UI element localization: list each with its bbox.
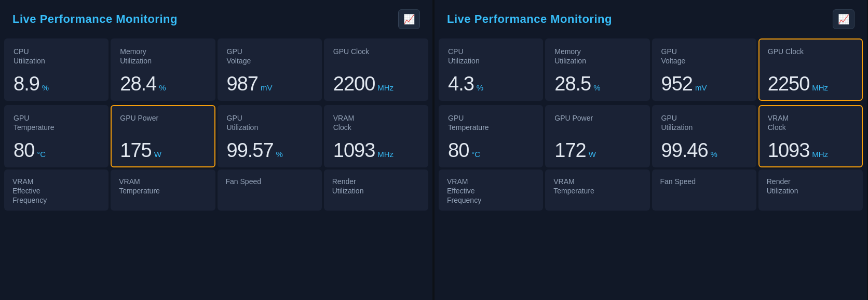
panel-left-row2: GPU Temperature80°CGPU Power175WGPU Util… bbox=[0, 103, 432, 169]
metric-value: 1093 bbox=[768, 140, 810, 160]
metric-unit: MHz bbox=[812, 83, 828, 92]
metric-label: CPU Utilization bbox=[448, 47, 534, 66]
metric-card: VRAM Clock1093MHz bbox=[758, 105, 863, 167]
metric-unit: W bbox=[589, 150, 596, 159]
metric-card: CPU Utilization4.3% bbox=[439, 38, 543, 101]
metric-unit: % bbox=[42, 83, 49, 92]
panel-right-title: Live Performance Monitoring bbox=[447, 12, 612, 26]
metric-value-row: 4.3% bbox=[448, 74, 534, 94]
metric-value: 1093 bbox=[333, 140, 375, 160]
metric-card: GPU Voltage987mV bbox=[218, 38, 322, 101]
metric-unit: % bbox=[593, 83, 600, 92]
metric-label: VRAM Clock bbox=[333, 113, 419, 132]
metric-value: 2250 bbox=[768, 74, 810, 94]
metric-value: 987 bbox=[227, 74, 258, 94]
metric-card-bottom: Fan Speed bbox=[218, 169, 322, 211]
metric-card-bottom: Fan Speed bbox=[652, 169, 756, 211]
metric-card: GPU Clock2200MHz bbox=[324, 38, 428, 101]
metric-label-partial: Render Utilization bbox=[332, 177, 420, 195]
metric-card-bottom: VRAM Effective Frequency bbox=[4, 169, 108, 211]
metric-label-partial: Fan Speed bbox=[660, 177, 748, 186]
metric-card: GPU Voltage952mV bbox=[652, 38, 756, 101]
metric-card: GPU Temperature80°C bbox=[439, 105, 543, 167]
metric-label: GPU Power bbox=[554, 113, 640, 123]
panel-right-header: Live Performance Monitoring 📈 bbox=[435, 0, 867, 36]
metric-value-row: 28.4% bbox=[120, 74, 206, 94]
panel-left-title: Live Performance Monitoring bbox=[12, 12, 178, 26]
metric-value-row: 2200MHz bbox=[333, 74, 419, 94]
metric-label: GPU Power bbox=[120, 113, 206, 123]
metric-value: 172 bbox=[554, 140, 586, 160]
metric-unit: % bbox=[711, 150, 717, 159]
panel-left: Live Performance Monitoring 📈 CPU Utiliz… bbox=[0, 0, 433, 300]
metric-card: GPU Utilization99.46% bbox=[652, 105, 756, 167]
metric-card: Memory Utilization28.4% bbox=[111, 38, 215, 101]
metric-value: 4.3 bbox=[448, 74, 474, 94]
metric-value-row: 8.9% bbox=[13, 74, 99, 94]
metric-card-bottom: Render Utilization bbox=[758, 169, 863, 211]
panel-right-row2: GPU Temperature80°CGPU Power172WGPU Util… bbox=[435, 103, 867, 169]
metric-card: VRAM Clock1093MHz bbox=[324, 105, 428, 167]
metric-value-row: 1093MHz bbox=[768, 140, 853, 160]
metric-unit: MHz bbox=[377, 83, 394, 92]
metric-label: VRAM Clock bbox=[768, 113, 853, 132]
metric-card: GPU Power175W bbox=[111, 105, 215, 167]
metric-label: GPU Clock bbox=[333, 47, 419, 56]
metric-label: GPU Utilization bbox=[661, 113, 747, 132]
metric-label: CPU Utilization bbox=[13, 47, 99, 66]
metric-card-bottom: VRAM Temperature bbox=[545, 169, 649, 211]
metric-label: GPU Temperature bbox=[13, 113, 99, 132]
metric-label-partial: Fan Speed bbox=[226, 177, 314, 186]
metric-value: 2200 bbox=[333, 74, 375, 94]
metric-value: 80 bbox=[448, 140, 469, 160]
metric-card: Memory Utilization28.5% bbox=[545, 38, 649, 101]
metric-value: 99.46 bbox=[661, 140, 708, 160]
metric-card: GPU Clock2250MHz bbox=[758, 38, 863, 101]
metric-value-row: 1093MHz bbox=[333, 140, 419, 160]
metric-unit: mV bbox=[261, 83, 273, 92]
panel-left-row1: CPU Utilization8.9%Memory Utilization28.… bbox=[0, 36, 432, 103]
metric-label: Memory Utilization bbox=[554, 47, 640, 66]
metric-label-partial: Render Utilization bbox=[767, 177, 855, 195]
metric-label-partial: VRAM Effective Frequency bbox=[12, 177, 100, 205]
metric-label: GPU Utilization bbox=[227, 113, 313, 132]
metric-label: Memory Utilization bbox=[120, 47, 206, 66]
metric-value: 175 bbox=[120, 140, 151, 160]
metric-card: GPU Utilization99.57% bbox=[218, 105, 322, 167]
metric-value-row: 987mV bbox=[227, 74, 313, 94]
metric-unit: % bbox=[477, 83, 483, 92]
panel-right-icon[interactable]: 📈 bbox=[833, 9, 855, 29]
metric-value: 8.9 bbox=[13, 74, 39, 94]
metric-value: 80 bbox=[13, 140, 34, 160]
metric-value-row: 172W bbox=[554, 140, 640, 160]
metric-card-bottom: VRAM Temperature bbox=[111, 169, 215, 211]
metric-unit: % bbox=[276, 150, 283, 159]
panel-left-icon[interactable]: 📈 bbox=[398, 9, 420, 29]
metric-unit: mV bbox=[695, 83, 707, 92]
metric-value-row: 99.46% bbox=[661, 140, 747, 160]
metric-label-partial: VRAM Temperature bbox=[553, 177, 641, 195]
metric-unit: °C bbox=[471, 150, 480, 159]
panel-left-row3: VRAM Effective FrequencyVRAM Temperature… bbox=[0, 169, 432, 215]
metric-unit: MHz bbox=[377, 150, 394, 159]
metric-card-bottom: Render Utilization bbox=[324, 169, 428, 211]
metric-unit: MHz bbox=[812, 150, 828, 159]
metric-value-row: 952mV bbox=[661, 74, 747, 94]
metric-value-row: 80°C bbox=[13, 140, 99, 160]
metric-value-row: 80°C bbox=[448, 140, 534, 160]
panel-right-row1: CPU Utilization4.3%Memory Utilization28.… bbox=[435, 36, 867, 103]
metric-value: 952 bbox=[661, 74, 693, 94]
metric-label: GPU Voltage bbox=[661, 47, 747, 66]
metric-unit: °C bbox=[37, 150, 46, 159]
metric-label-partial: VRAM Temperature bbox=[119, 177, 207, 195]
metric-value-row: 2250MHz bbox=[768, 74, 853, 94]
metric-card: GPU Temperature80°C bbox=[4, 105, 108, 167]
metric-value: 28.4 bbox=[120, 74, 156, 94]
metric-label: GPU Clock bbox=[768, 47, 853, 56]
metric-value-row: 99.57% bbox=[227, 140, 313, 160]
panel-right: Live Performance Monitoring 📈 CPU Utiliz… bbox=[435, 0, 868, 300]
metric-card: CPU Utilization8.9% bbox=[4, 38, 108, 101]
metric-value-row: 175W bbox=[120, 140, 206, 160]
metric-label-partial: VRAM Effective Frequency bbox=[447, 177, 535, 205]
metric-value: 28.5 bbox=[554, 74, 591, 94]
